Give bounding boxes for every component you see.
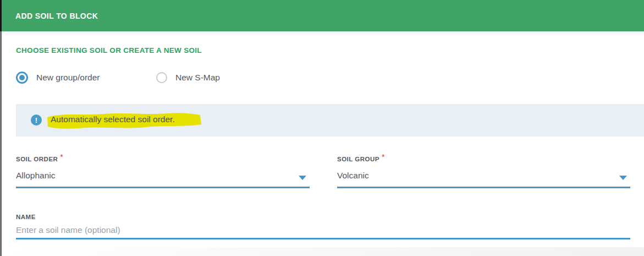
soil-group-value: Volcanic <box>337 171 369 181</box>
banner-message: Automatically selected soil order. <box>51 115 175 124</box>
dialog-header-bar: ADD SOIL TO BLOCK <box>2 0 644 31</box>
dialog-body-panel: CHOOSE EXISTING SOIL OR CREATE A NEW SOI… <box>2 31 644 256</box>
radio-new-group-order[interactable]: New group/order <box>16 71 100 84</box>
dialog-title: ADD SOIL TO BLOCK <box>15 12 98 20</box>
radio-selected-icon <box>16 72 28 84</box>
chevron-down-icon <box>299 176 306 180</box>
required-asterisk: * <box>382 152 385 161</box>
section-heading: CHOOSE EXISTING SOIL OR CREATE A NEW SOI… <box>16 46 202 55</box>
radio-new-smap[interactable]: New S-Map <box>156 71 220 84</box>
name-label: NAME <box>16 214 36 220</box>
next-section-edge <box>2 247 644 256</box>
required-asterisk: * <box>60 152 63 161</box>
soil-group-label: SOIL GROUP* <box>337 154 385 163</box>
radio-label: New S-Map <box>175 73 220 83</box>
info-banner: ! Automatically selected soil order. <box>16 104 644 137</box>
name-input[interactable] <box>16 222 630 239</box>
radio-unselected-icon <box>156 72 167 83</box>
soil-order-value: Allophanic <box>16 171 56 181</box>
add-soil-dialog: ADD SOIL TO BLOCK CHOOSE EXISTING SOIL O… <box>0 0 644 256</box>
info-icon: ! <box>31 115 42 126</box>
soil-order-select[interactable]: Allophanic <box>16 170 310 188</box>
soil-order-label: SOIL ORDER* <box>16 154 63 163</box>
chevron-down-icon <box>619 176 627 180</box>
soil-group-select[interactable]: Volcanic <box>337 170 630 188</box>
radio-label: New group/order <box>36 73 100 83</box>
